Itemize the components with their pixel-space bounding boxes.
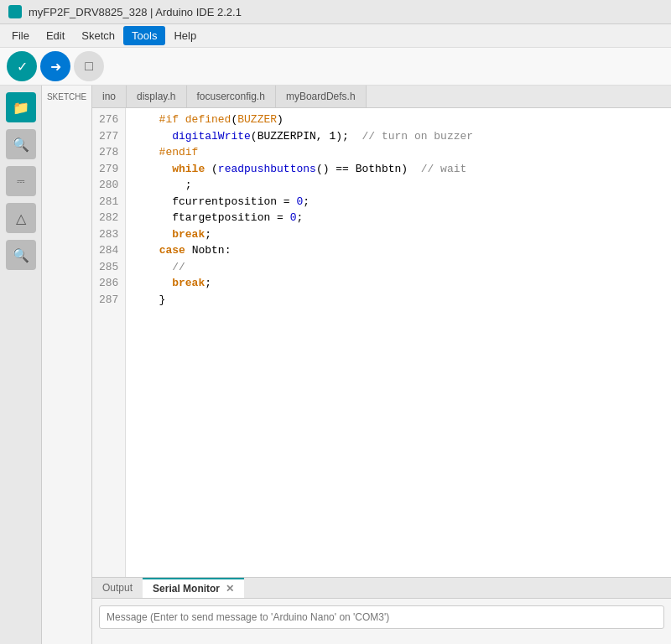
code-area: ino display.h focuserconfig.h myBoardDef…: [92, 86, 671, 644]
menu-edit[interactable]: Edit: [38, 26, 73, 45]
tab-output[interactable]: Output: [92, 579, 143, 597]
sidebar-board-btn[interactable]: ⎓: [6, 166, 36, 196]
bottom-tabs: Output Serial Monitor ✕: [92, 578, 671, 599]
app-icon: [8, 5, 22, 18]
bottom-panel: Output Serial Monitor ✕: [92, 577, 671, 644]
window-title: myFP2F_DRV8825_328 | Arduino IDE 2.2.1: [29, 6, 242, 18]
code-line-287: }: [133, 292, 664, 309]
code-line-276: #if defined(BUZZER): [133, 112, 664, 128]
menu-tools[interactable]: Tools: [123, 26, 165, 45]
code-line-282: ftargetposition = 0;: [133, 210, 664, 226]
code-line-281: fcurrentposition = 0;: [133, 194, 664, 210]
menu-help[interactable]: Help: [165, 26, 205, 45]
code-editor[interactable]: #if defined(BUZZER) digitalWrite(BUZZERP…: [126, 108, 671, 600]
tabs-bar: ino display.h focuserconfig.h myBoardDef…: [92, 86, 671, 108]
menu-bar: File Edit Sketch Tools Help: [0, 24, 671, 48]
main-layout: 📁 🔍 ⎓ △ 🔍 SKETCHE ino display.h focuserc…: [0, 86, 671, 644]
code-line-280: ;: [133, 177, 664, 194]
code-line-283: break;: [133, 226, 664, 243]
tab-ino[interactable]: ino: [92, 86, 127, 107]
serial-monitor-label: Serial Monitor: [153, 583, 220, 595]
toolbar: ✓ ➜ □: [0, 48, 671, 86]
title-bar: myFP2F_DRV8825_328 | Arduino IDE 2.2.1: [0, 0, 671, 24]
line-numbers: 276 277 278 279 280 281 282 283 284 285 …: [92, 108, 126, 600]
sidebar-search-btn[interactable]: 🔍: [6, 240, 36, 270]
serial-monitor-close[interactable]: ✕: [226, 583, 234, 595]
code-content: 276 277 278 279 280 281 282 283 284 285 …: [92, 108, 671, 600]
code-line-279: while (readpushbuttons() == Bothbtn) // …: [133, 161, 664, 178]
code-line-285: //: [133, 259, 664, 276]
code-line-284: case Nobtn:: [133, 242, 664, 259]
sidebar-plug-btn[interactable]: △: [6, 203, 36, 233]
sidebar-magnify-btn[interactable]: 🔍: [6, 129, 36, 159]
code-line-278: #endif: [133, 144, 664, 161]
tab-myboarddefs[interactable]: myBoardDefs.h: [276, 86, 367, 107]
verify-button[interactable]: ✓: [7, 51, 37, 81]
serial-input[interactable]: [99, 605, 664, 629]
upload-button[interactable]: ➜: [40, 51, 70, 81]
menu-file[interactable]: File: [3, 26, 38, 45]
debug-button[interactable]: □: [74, 51, 104, 81]
code-line-277: digitalWrite(BUZZERPIN, 1); // turn on b…: [133, 128, 664, 145]
sketch-panel: SKETCHE: [42, 86, 92, 644]
sidebar-folder-btn[interactable]: 📁: [6, 92, 36, 122]
sketch-label: SKETCHE: [45, 92, 88, 101]
tab-display[interactable]: display.h: [127, 86, 186, 107]
code-line-286: break;: [133, 275, 664, 292]
menu-sketch[interactable]: Sketch: [73, 26, 123, 45]
tab-focuserconfig[interactable]: focuserconfig.h: [187, 86, 276, 107]
sidebar: 📁 🔍 ⎓ △ 🔍: [0, 86, 42, 644]
tab-serial-monitor[interactable]: Serial Monitor ✕: [143, 578, 244, 598]
